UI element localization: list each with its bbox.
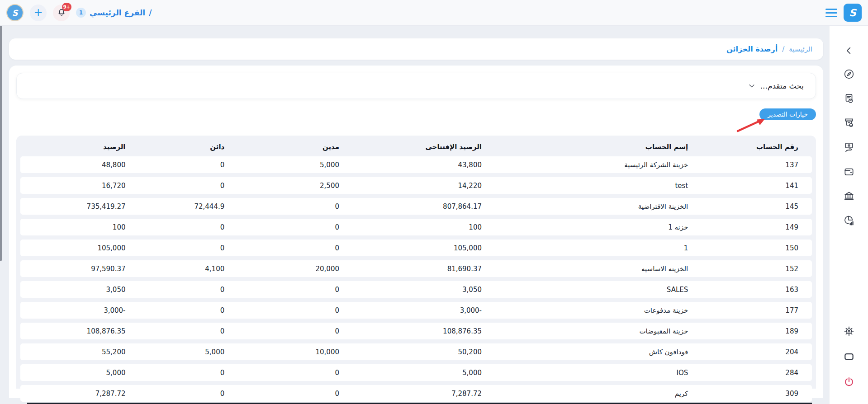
table-row[interactable]: 141test14,2202,500016,720	[20, 177, 812, 194]
cell-debit: 0	[238, 202, 353, 211]
export-options-button[interactable]: خيارات التصدير	[759, 108, 816, 120]
cell-debit: 0	[238, 390, 353, 398]
table-row[interactable]: 137خزينة الشركة الرئيسية43,8005,000048,8…	[20, 156, 812, 173]
advanced-search-toggle[interactable]: بحث متقدم...	[16, 73, 816, 99]
cell-account-number: 163	[697, 286, 812, 294]
table-row[interactable]: 204فودافون كاش50,20010,0005,00055,200	[20, 343, 812, 360]
menu-icon[interactable]	[825, 9, 837, 17]
compass-icon	[843, 68, 855, 80]
cell-account-name: الخزينة الافتراضية	[495, 202, 697, 211]
cell-credit: 72,444.9	[139, 202, 238, 211]
cell-opening-balance: 14,220	[353, 182, 495, 190]
table-row[interactable]: 177خزينة مدفوعات-3,00000-3,000	[20, 302, 812, 319]
cell-balance: 7,287.72	[20, 390, 139, 398]
export-row: خيارات التصدير	[16, 108, 816, 120]
plus-icon: +	[33, 7, 43, 18]
notifications-badge: +9	[62, 3, 71, 11]
company-avatar[interactable]: S	[6, 4, 24, 21]
cell-balance: 105,000	[20, 244, 139, 252]
cell-opening-balance: 81,690.37	[353, 265, 495, 273]
cell-account-name: IOS	[495, 369, 697, 377]
balances-table: رقم الحساب إسم الحساب الرصيد الإفتتاحى م…	[16, 136, 816, 389]
table-row[interactable]: 145الخزينة الافتراضية807,864.17072,444.9…	[20, 198, 812, 215]
page-frame: الرئيسية / أرصدة الخزائن بحث متقدم... خي…	[0, 26, 868, 404]
cell-balance: 16,720	[20, 182, 139, 190]
table-row[interactable]: 284IOS5,000005,000	[20, 364, 812, 381]
company-avatar-letter: S	[12, 8, 18, 18]
cell-credit: 0	[139, 161, 238, 169]
add-button[interactable]: +	[30, 5, 47, 21]
sidebar-collapse-button[interactable]	[841, 44, 857, 57]
table-row[interactable]: 309كريم7,287.72007,287.72	[20, 385, 812, 402]
sidebar-item-sales-invoices[interactable]	[841, 92, 857, 105]
cell-debit: 2,500	[238, 182, 353, 190]
sidebar-item-wallet[interactable]	[841, 165, 857, 179]
cell-account-name: SALES	[495, 286, 697, 294]
sidebar-item-window[interactable]	[841, 350, 857, 363]
table-row[interactable]: 1501105,00000105,000	[20, 240, 812, 256]
table-row[interactable]: 163SALES3,050003,050	[20, 281, 812, 298]
column-header-debit: مدين	[238, 143, 353, 151]
cell-debit: 20,000	[238, 265, 353, 273]
cell-account-number: 152	[697, 265, 812, 273]
cell-credit: 0	[139, 390, 238, 398]
page-scrollbar-thumb[interactable]	[0, 26, 2, 261]
advanced-search-label: بحث متقدم...	[760, 81, 804, 90]
branch-separator: /	[149, 8, 152, 17]
cell-opening-balance: 43,800	[353, 161, 495, 169]
cell-account-name: كريم	[495, 390, 697, 398]
cell-account-number: 141	[697, 182, 812, 190]
main-card: بحث متقدم... خيارات التصدير رقم الحساب	[9, 66, 823, 398]
breadcrumb: الرئيسية / أرصدة الخزائن	[9, 38, 823, 60]
cell-balance: -3,000	[20, 306, 139, 315]
table-header: رقم الحساب إسم الحساب الرصيد الإفتتاحى م…	[20, 140, 812, 154]
cell-debit: 0	[238, 306, 353, 315]
table-row[interactable]: 189خزينة المقبوضات108,876.3500108,876.35	[20, 323, 812, 339]
app-logo: S	[844, 4, 862, 22]
breadcrumb-home-link[interactable]: الرئيسية	[789, 45, 812, 53]
table-row[interactable]: 152الخزينه الاساسيه81,690.3720,0004,1009…	[20, 260, 812, 277]
cell-account-name: 1	[495, 244, 697, 252]
cell-debit: 10,000	[238, 348, 353, 356]
wallet-icon	[843, 166, 855, 178]
cell-credit: 0	[139, 286, 238, 294]
sidebar-item-settings[interactable]	[841, 324, 857, 338]
app-logo-letter: S	[849, 7, 856, 19]
reports-chart-icon	[843, 215, 855, 226]
sidebar-item-bank[interactable]	[841, 189, 857, 203]
cash-drawer-icon	[843, 117, 855, 129]
notifications-button[interactable]: +9	[53, 5, 70, 21]
cell-account-number: 177	[697, 306, 812, 315]
cell-opening-balance: -3,000	[353, 306, 495, 315]
cell-account-number: 309	[697, 390, 812, 398]
sidebar-item-backup[interactable]	[841, 141, 857, 154]
cell-account-number: 189	[697, 327, 812, 335]
branch-breadcrumb[interactable]: / الفرع الرئيسي 1	[76, 8, 152, 18]
chevron-down-icon	[748, 82, 756, 90]
cell-debit: 0	[238, 244, 353, 252]
branch-label: الفرع الرئيسي	[90, 8, 145, 17]
column-header-balance: الرصيد	[20, 143, 139, 151]
sidebar-item-logout[interactable]	[841, 375, 857, 389]
storage-hand-icon	[843, 141, 855, 153]
cell-balance: 97,590.37	[20, 265, 139, 273]
column-header-opening-balance: الرصيد الإفتتاحى	[353, 143, 495, 151]
sidebar-item-pos[interactable]	[841, 116, 857, 130]
column-header-account-number: رقم الحساب	[697, 143, 812, 151]
sidebar-item-dashboard[interactable]	[841, 67, 857, 81]
cell-opening-balance: 50,200	[353, 348, 495, 356]
cell-account-name: خزينة مدفوعات	[495, 306, 697, 315]
sidebar-item-reports[interactable]	[841, 214, 857, 227]
cell-credit: 5,000	[139, 348, 238, 356]
breadcrumb-separator: /	[782, 45, 784, 53]
window-icon	[843, 351, 855, 362]
main-content: الرئيسية / أرصدة الخزائن بحث متقدم... خي…	[0, 26, 829, 404]
sidebar-bottom	[841, 324, 857, 389]
cell-credit: 0	[139, 369, 238, 377]
cell-credit: 0	[139, 327, 238, 335]
table-row[interactable]: 149خزنه 110000100	[20, 219, 812, 235]
cell-debit: 0	[238, 369, 353, 377]
cell-balance: 3,050	[20, 286, 139, 294]
cell-account-name: خزينة المقبوضات	[495, 327, 697, 335]
cell-account-number: 284	[697, 369, 812, 377]
